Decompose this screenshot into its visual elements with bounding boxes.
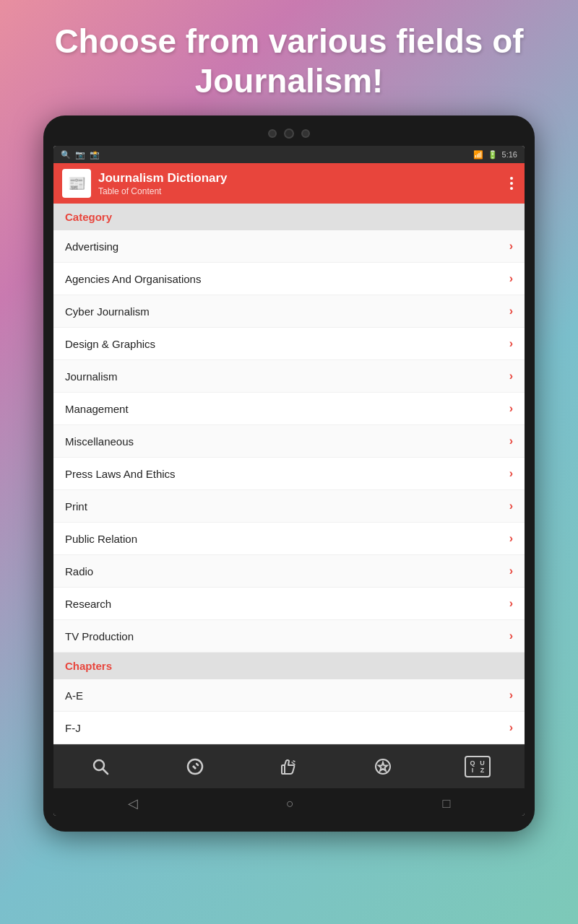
list-item-text: Miscellaneous	[65, 435, 134, 448]
thumbs-up-icon	[279, 758, 299, 775]
camera-bar	[53, 128, 525, 139]
list-item-text: A-E	[65, 689, 83, 702]
svg-rect-3	[282, 765, 285, 774]
status-icon-2: 📷	[75, 150, 85, 160]
list-item-text: Advertising	[65, 240, 118, 253]
hero-text: Choose from various fields of Journalism…	[0, 0, 578, 116]
status-icon-3: 📸	[90, 150, 100, 160]
list-item-text: Radio	[65, 565, 93, 578]
chevron-icon: ›	[509, 565, 513, 578]
chevron-icon: ›	[509, 467, 513, 480]
list-item-management[interactable]: Management ›	[53, 393, 525, 425]
list-item-text: Management	[65, 403, 129, 415]
list-item-text: Journalism	[65, 370, 118, 383]
quiz-cell-q: Q	[468, 759, 478, 767]
chevron-icon: ›	[509, 689, 513, 702]
chevron-icon: ›	[509, 305, 513, 318]
list-item-ae[interactable]: A-E ›	[53, 679, 525, 712]
search-nav-button[interactable]	[82, 752, 118, 781]
tablet-screen: 🔍 📷 📸 📶 🔋 5:16 📰 Journalism Dictionary T…	[53, 146, 525, 816]
list-item-fj[interactable]: F-J ›	[53, 712, 525, 744]
feedback-nav-button[interactable]	[271, 752, 307, 781]
home-button[interactable]: ○	[286, 796, 294, 811]
list-item-text: Print	[65, 500, 87, 513]
list-item-text: F-J	[65, 722, 81, 734]
status-icon-1: 🔍	[61, 150, 71, 160]
app-subtitle: Table of Content	[98, 186, 500, 196]
list-item-text: Research	[65, 598, 111, 610]
list-item-research[interactable]: Research ›	[53, 588, 525, 620]
app-bar: 📰 Journalism Dictionary Table of Content	[53, 163, 525, 204]
search-icon	[92, 758, 109, 775]
list-item-public-relation[interactable]: Public Relation ›	[53, 523, 525, 555]
quiz-cell-i: I	[468, 767, 478, 775]
list-item-tv-production[interactable]: TV Production ›	[53, 620, 525, 653]
list-item-text: Cyber Journalism	[65, 305, 150, 318]
list-item-text: Press Laws And Ethics	[65, 468, 176, 480]
list-item-cyber[interactable]: Cyber Journalism ›	[53, 295, 525, 328]
android-nav: ◁ ○ □	[53, 788, 525, 816]
status-left-icons: 🔍 📷 📸	[61, 150, 100, 160]
chevron-icon: ›	[509, 370, 513, 383]
list-item-text: Design & Graphics	[65, 338, 155, 350]
chapters-section-header: Chapters	[53, 653, 525, 679]
tablet-device: 🔍 📷 📸 📶 🔋 5:16 📰 Journalism Dictionary T…	[43, 116, 535, 832]
list-item-agencies[interactable]: Agencies And Organisations ›	[53, 263, 525, 295]
list-item-radio[interactable]: Radio ›	[53, 555, 525, 588]
menu-dot-1	[510, 177, 513, 180]
chevron-icon: ›	[509, 272, 513, 285]
svg-marker-5	[379, 762, 387, 771]
list-item-text: Public Relation	[65, 533, 137, 545]
camera-dot-left	[268, 129, 277, 138]
clock: 5:16	[502, 150, 517, 159]
edit-nav-button[interactable]	[177, 752, 213, 781]
status-bar: 🔍 📷 📸 📶 🔋 5:16	[53, 146, 525, 163]
back-button[interactable]: ◁	[128, 796, 138, 811]
quiz-icon: Q U I Z	[465, 756, 491, 777]
menu-dot-2	[510, 182, 513, 185]
list-content: Category Advertising › Agencies And Orga…	[53, 204, 525, 744]
app-title-block: Journalism Dictionary Table of Content	[98, 171, 500, 196]
app-icon: 📰	[62, 169, 91, 198]
chevron-icon: ›	[509, 500, 513, 513]
recent-button[interactable]: □	[442, 796, 450, 811]
star-icon	[374, 758, 392, 775]
list-item-press-laws[interactable]: Press Laws And Ethics ›	[53, 458, 525, 490]
chevron-icon: ›	[509, 402, 513, 415]
more-options-button[interactable]	[507, 174, 516, 193]
list-item-text: TV Production	[65, 630, 134, 642]
status-right: 📶 🔋 5:16	[473, 150, 517, 160]
list-item-advertising[interactable]: Advertising ›	[53, 230, 525, 263]
pen-icon	[186, 758, 204, 775]
list-item-print[interactable]: Print ›	[53, 490, 525, 523]
quiz-cell-z: Z	[478, 767, 487, 775]
wifi-icon: 📶	[473, 150, 483, 160]
list-item-text: Agencies And Organisations	[65, 273, 201, 285]
list-item-miscellaneous[interactable]: Miscellaneous ›	[53, 425, 525, 458]
camera-dot-right	[301, 129, 310, 138]
chevron-icon: ›	[509, 721, 513, 734]
quiz-nav-button[interactable]: Q U I Z	[460, 752, 496, 781]
chevron-icon: ›	[509, 532, 513, 545]
battery-icon: 🔋	[488, 150, 498, 160]
camera-main	[284, 128, 294, 139]
chevron-icon: ›	[509, 240, 513, 253]
favorites-nav-button[interactable]	[365, 752, 401, 781]
list-item-journalism[interactable]: Journalism ›	[53, 360, 525, 393]
list-item-design[interactable]: Design & Graphics ›	[53, 328, 525, 360]
category-section-header: Category	[53, 204, 525, 230]
menu-dot-3	[510, 187, 513, 190]
chevron-icon: ›	[509, 435, 513, 448]
bottom-nav: Q U I Z	[53, 744, 525, 788]
app-title: Journalism Dictionary	[98, 171, 500, 186]
chevron-icon: ›	[509, 597, 513, 610]
chevron-icon: ›	[509, 629, 513, 642]
quiz-cell-u: U	[478, 759, 487, 767]
chevron-icon: ›	[509, 337, 513, 350]
svg-line-1	[103, 769, 108, 774]
